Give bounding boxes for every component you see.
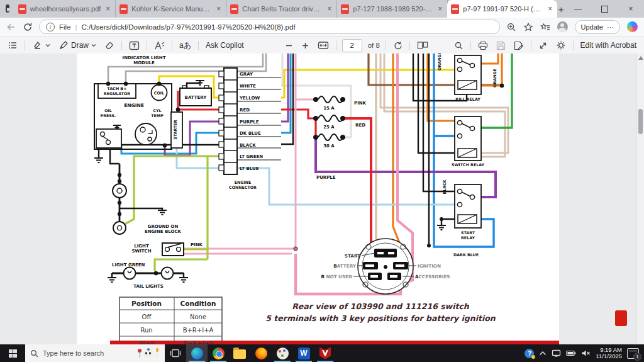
url-field[interactable]: i File | C:/Users/dickf/Downloads/p7-97%… (39, 20, 500, 34)
tab-p7-127[interactable]: p7-127 1988-1989 520-HC Co × (337, 0, 448, 18)
acrobat-marker[interactable] (615, 310, 627, 326)
engine-connector (219, 68, 237, 174)
edit-with-acrobat-button[interactable]: Edit with Acrobat (579, 40, 638, 51)
svg-text:Rear view of 103990 and 111216: Rear view of 103990 and 111216 switch (292, 302, 470, 311)
back-icon[interactable] (6, 22, 16, 32)
svg-text:IGNITION: IGNITION (418, 263, 441, 269)
taskbar-file-explorer[interactable] (229, 344, 250, 362)
pdf-file-icon (18, 4, 26, 14)
svg-text:LIGHT GREEN: LIGHT GREEN (112, 263, 145, 268)
svg-text:CYL: CYL (153, 108, 161, 113)
favorites-list-icon[interactable] (540, 22, 550, 32)
profile-avatar[interactable] (557, 21, 568, 32)
zoom-out-button[interactable] (284, 40, 294, 51)
draw-label: Draw (71, 41, 89, 50)
settings-gear-icon[interactable] (555, 39, 567, 52)
ask-copilot-button[interactable]: Ask Copilot (204, 40, 245, 51)
taskbar-firefox[interactable] (250, 344, 272, 362)
add-text-tool[interactable] (128, 40, 141, 52)
taskbar-paint[interactable] (272, 344, 293, 362)
tray-clock[interactable]: 9:19 AM 11/1/2025 (596, 347, 622, 360)
update-button[interactable]: Update ··· (575, 20, 620, 34)
speaker-muted-icon[interactable] (581, 349, 591, 357)
svg-text:ORANGE: ORANGE (437, 54, 441, 71)
fit-to-width-button[interactable] (316, 40, 330, 51)
toc-icon[interactable] (6, 39, 19, 52)
battery-icon[interactable] (566, 350, 576, 356)
chrome-icon (213, 348, 225, 359)
svg-text:MODULE: MODULE (133, 60, 155, 65)
tab-title: p7-97 1991-97 520-H (8).pdf (463, 5, 543, 13)
more-menu-icon[interactable]: ··· (607, 23, 614, 31)
display-icon[interactable] (552, 349, 561, 357)
refresh-icon[interactable] (23, 22, 33, 32)
svg-text:BATTERY: BATTERY (185, 95, 208, 100)
copilot-icon[interactable] (627, 21, 638, 32)
draw-tool[interactable]: Draw (57, 39, 97, 52)
svg-text:ENGINE BLOCK: ENGINE BLOCK (145, 229, 182, 234)
svg-text:RED: RED (240, 108, 250, 113)
svg-text:REGULATOR: REGULATOR (104, 91, 130, 96)
highlighter-tool[interactable] (31, 39, 52, 52)
tab-kohler-manual[interactable]: Kohler K-Service Manual.pdf × (116, 0, 226, 18)
eraser-tool[interactable] (103, 39, 116, 52)
tab-wheelhorseallyears[interactable]: wheelhorseallyears.pdf × (14, 0, 116, 18)
browser-titlebar: wheelhorseallyears.pdf × Kohler K-Servic… (0, 0, 644, 18)
url-text: C:/Users/dickf/Downloads/p7-97%201991-97… (82, 23, 296, 31)
svg-text:START: START (461, 230, 475, 235)
taskbar-chrome[interactable] (208, 344, 229, 362)
pdf-file-icon (119, 4, 128, 14)
tab-p7-97-active[interactable]: p7-97 1991-97 520-H (8).pdf × (447, 0, 557, 18)
save-as-icon[interactable] (513, 40, 525, 52)
tab-close-icon[interactable]: × (436, 4, 443, 13)
svg-text:BATTERY: BATTERY (333, 263, 357, 269)
svg-text:ORANGE: ORANGE (492, 69, 497, 88)
maximize-button[interactable] (591, 0, 618, 18)
taskbar-search[interactable]: Type here to search (25, 344, 165, 362)
pdf-file-icon (341, 4, 349, 14)
notification-center-icon[interactable]: 1 (627, 348, 639, 359)
search-document-icon[interactable] (453, 40, 465, 52)
mcafee-icon (319, 348, 331, 359)
new-tab-button[interactable]: + (557, 0, 565, 18)
window-controls: — × (565, 0, 644, 18)
favorite-star-icon[interactable] (523, 22, 533, 32)
taskbar-mcafee[interactable] (314, 344, 336, 362)
print-icon[interactable] (477, 40, 489, 52)
translate-icon[interactable]: aあ (178, 39, 192, 52)
info-icon[interactable]: i (46, 23, 55, 31)
svg-text:GRAY: GRAY (240, 72, 253, 77)
svg-text:START: START (345, 253, 360, 259)
page-number-input[interactable] (342, 39, 362, 52)
scrollbar-thumb[interactable] (638, 109, 643, 134)
svg-text:ENGINE: ENGINE (124, 103, 144, 108)
tray-date: 11/1/2025 (596, 353, 622, 360)
rotate-icon[interactable] (392, 40, 404, 52)
minimize-button[interactable]: — (565, 0, 591, 18)
mcafee-help-icon[interactable]: ? (525, 349, 534, 358)
start-button[interactable] (0, 344, 25, 362)
fullscreen-icon[interactable] (537, 40, 549, 52)
svg-text:PINK: PINK (354, 101, 367, 106)
window-close-button[interactable]: × (618, 0, 644, 18)
tray-chevron-up-icon[interactable] (539, 351, 547, 356)
page-view-icon[interactable] (416, 40, 430, 51)
svg-text:B+R+I+S: B+R+I+S (183, 340, 213, 344)
tab-close-icon[interactable]: × (326, 4, 333, 13)
svg-text:BLACK: BLACK (442, 179, 447, 194)
taskbar-edge[interactable] (186, 344, 208, 362)
tab-chart-belts[interactable]: Chart Belts Tractor drive.pdf × (226, 0, 337, 18)
scroll-up-icon[interactable] (638, 56, 643, 60)
vertical-scrollbar[interactable] (636, 54, 644, 344)
taskbar-word[interactable]: W (293, 344, 314, 362)
task-view-button[interactable] (165, 344, 186, 362)
svg-text:RED: RED (355, 123, 365, 128)
search-doodle (138, 348, 160, 358)
read-aloud-icon[interactable] (153, 40, 166, 52)
tab-close-icon[interactable]: × (215, 4, 222, 13)
zoom-icon[interactable] (506, 22, 516, 32)
tab-close-icon[interactable]: × (547, 4, 553, 13)
tab-overview-icon[interactable] (6, 4, 9, 13)
tab-close-icon[interactable]: × (104, 4, 111, 13)
zoom-in-button[interactable] (300, 40, 311, 51)
